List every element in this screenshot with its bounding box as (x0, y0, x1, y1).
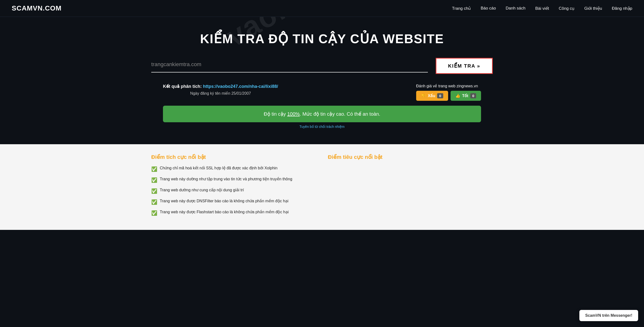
results-top: Kết quả phân tích: https://vaobo247.com/… (163, 84, 481, 101)
vote-bad-button[interactable]: 👎 Xấu 0 (416, 91, 448, 101)
main-nav: Trang chủBáo cáoDanh sáchBài viếtCông cụ… (452, 6, 632, 11)
trust-bar: Độ tin cậy 100%. Mức độ tin cậy cao. Có … (163, 106, 481, 122)
nav-link[interactable]: Giới thiệu (584, 6, 602, 11)
header: SCAMVN.COM Trang chủBáo cáoDanh sáchBài … (0, 0, 644, 17)
analysis-section: Điểm tích cực nổi bật ✅Chứng chỉ mã hoá … (0, 144, 644, 230)
hero-title: KIỂM TRA ĐỘ TIN CẬY CỦA WEBSITE (12, 32, 632, 46)
check-icon: ✅ (151, 176, 157, 184)
search-input[interactable] (151, 59, 428, 70)
list-item: ✅Trang web này được DNSFilter báo cáo là… (151, 198, 316, 206)
negative-title: Điểm tiêu cực nổi bật (328, 154, 493, 160)
vote-good-count: 0 (470, 93, 476, 98)
nav-link[interactable]: Danh sách (506, 6, 526, 10)
messenger-widget[interactable]: ScamVN trên Messenger! (579, 310, 638, 321)
positive-list: ✅Chứng chỉ mã hoá kết nối SSL hợp lệ đã … (151, 165, 316, 217)
results-right: Đánh giá về trang web zingnews.vn 👎 Xấu … (416, 84, 481, 101)
check-icon: ✅ (151, 188, 157, 195)
search-button[interactable]: KIỂM TRA » (436, 58, 493, 74)
positive-col: Điểm tích cực nổi bật ✅Chứng chỉ mã hoá … (151, 154, 316, 220)
nav-link[interactable]: Trang chủ (452, 6, 471, 11)
results-label: Kết quả phân tích: https://vaobo247.com/… (163, 84, 278, 89)
logo: SCAMVN.COM (12, 4, 62, 12)
list-item: ✅Trang web này dường như tập trung vào t… (151, 176, 316, 184)
trust-percent: 100% (287, 111, 300, 117)
disclaimer[interactable]: Tuyên bố từ chối trách nhiệm (163, 125, 481, 128)
nav-link[interactable]: Báo cáo (481, 6, 496, 10)
nav-link[interactable]: Bài viết (535, 6, 549, 11)
results-section: Kết quả phân tích: https://vaobo247.com/… (151, 84, 493, 128)
results-site-label: Đánh giá về trang web zingnews.vn (416, 84, 481, 88)
negative-col: Điểm tiêu cực nổi bật (328, 154, 493, 220)
check-icon: ✅ (151, 210, 157, 217)
analysis-inner: Điểm tích cực nổi bật ✅Chứng chỉ mã hoá … (151, 154, 493, 220)
hero-section: KIỂM TRA ĐỘ TIN CẬY CỦA WEBSITE KIỂM TRA… (0, 17, 644, 144)
vote-good-label: Tốt (462, 94, 468, 98)
vote-bad-label: Xấu (428, 94, 435, 98)
vote-buttons: 👎 Xấu 0 👍 Tốt 0 (416, 91, 481, 101)
check-icon: ✅ (151, 198, 157, 206)
results-link[interactable]: https://vaobo247.com/nha-cai/lixi88/ (203, 84, 278, 89)
nav-link[interactable]: Công cụ (558, 6, 574, 11)
positive-title: Điểm tích cực nổi bật (151, 154, 316, 160)
thumbs-down-icon: 👎 (421, 94, 426, 98)
thumbs-up-icon: 👍 (456, 94, 460, 98)
list-item: ✅Chứng chỉ mã hoá kết nối SSL hợp lệ đã … (151, 165, 316, 173)
search-container: KIỂM TRA » (151, 58, 493, 74)
list-item: ✅Trang web dường như cung cấp nội dung g… (151, 187, 316, 195)
hero-wrapper: vaobo247.com KIỂM TRA ĐỘ TIN CẬY CỦA WEB… (0, 17, 644, 144)
check-icon: ✅ (151, 166, 157, 173)
vote-good-button[interactable]: 👍 Tốt 0 (450, 91, 481, 101)
vote-bad-count: 0 (437, 93, 443, 98)
results-date: Ngày đăng ký tên miền 25/01/2007 (163, 91, 278, 96)
list-item: ✅Trang web này được Flashstart báo cáo l… (151, 209, 316, 217)
nav-link[interactable]: Đăng nhập (612, 6, 632, 11)
search-input-wrapper (151, 59, 428, 72)
results-left: Kết quả phân tích: https://vaobo247.com/… (163, 84, 278, 96)
